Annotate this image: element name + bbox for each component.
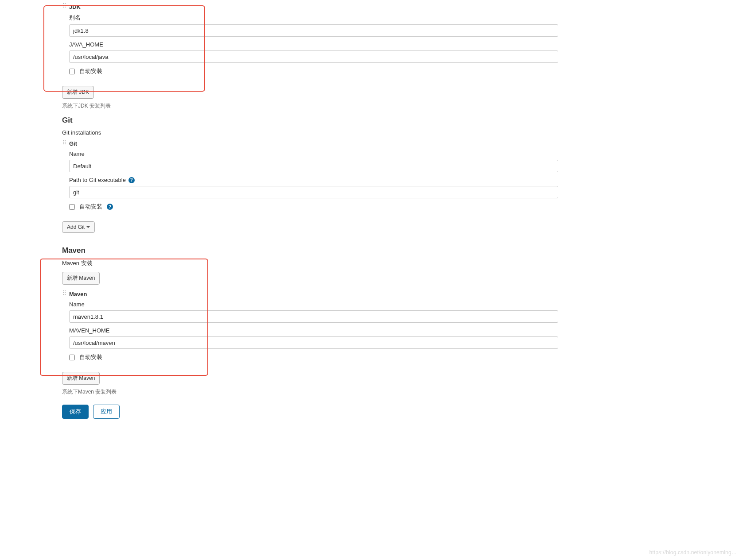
jdk-auto-install-checkbox[interactable] bbox=[69, 69, 75, 74]
jdk-auto-install-row[interactable]: 自动安装 bbox=[69, 67, 558, 75]
help-icon[interactable]: ? bbox=[128, 177, 135, 183]
chevron-down-icon bbox=[86, 226, 90, 228]
drag-handle-icon[interactable]: ⠿ bbox=[62, 4, 66, 11]
jdk-alias-label: 别名 bbox=[69, 14, 558, 22]
maven-auto-install-label: 自动安装 bbox=[79, 353, 102, 361]
maven-auto-install-checkbox[interactable] bbox=[69, 355, 75, 360]
jdk-tool-block: ⠿ JDK 别名 JAVA_HOME 自动安装 bbox=[62, 4, 558, 75]
maven-tool-block: ⠿ Maven Name MAVEN_HOME 自动安装 bbox=[62, 291, 558, 361]
jdk-title: JDK bbox=[69, 4, 558, 10]
git-section-title: Git bbox=[62, 116, 558, 125]
jdk-list-note: 系统下JDK 安装列表 bbox=[62, 102, 558, 110]
save-button[interactable]: 保存 bbox=[62, 405, 89, 419]
git-path-input[interactable] bbox=[69, 186, 558, 198]
jdk-home-input[interactable] bbox=[69, 50, 558, 63]
git-name-input[interactable] bbox=[69, 160, 558, 172]
drag-handle-icon[interactable]: ⠿ bbox=[62, 292, 66, 298]
git-auto-install-checkbox[interactable] bbox=[69, 204, 75, 210]
git-auto-install-row[interactable]: 自动安装 ? bbox=[69, 203, 558, 211]
action-row: 保存 应用 bbox=[62, 405, 558, 419]
git-tool-title: Git bbox=[69, 140, 558, 147]
maven-name-label: Name bbox=[69, 301, 558, 308]
git-tool-block: ⠿ Git Name Path to Git executable ? 自动安装… bbox=[62, 140, 558, 211]
maven-section-title: Maven bbox=[62, 246, 558, 255]
jdk-alias-input[interactable] bbox=[69, 24, 558, 37]
git-auto-install-label: 自动安装 bbox=[79, 203, 102, 211]
maven-install-label: Maven 安装 bbox=[62, 259, 558, 267]
jdk-auto-install-label: 自动安装 bbox=[79, 67, 102, 75]
maven-auto-install-row[interactable]: 自动安装 bbox=[69, 353, 558, 361]
add-maven-button-top[interactable]: 新增 Maven bbox=[62, 272, 100, 285]
maven-home-label: MAVEN_HOME bbox=[69, 327, 558, 334]
git-name-label: Name bbox=[69, 151, 558, 157]
git-path-label: Path to Git executable bbox=[69, 177, 126, 183]
git-installations-label: Git installations bbox=[62, 129, 558, 136]
add-maven-button-bottom[interactable]: 新增 Maven bbox=[62, 372, 100, 385]
jdk-home-label: JAVA_HOME bbox=[69, 41, 558, 48]
maven-tool-title: Maven bbox=[69, 291, 558, 297]
maven-name-input[interactable] bbox=[69, 310, 558, 323]
add-git-button[interactable]: Add Git bbox=[62, 221, 95, 233]
apply-button[interactable]: 应用 bbox=[93, 405, 120, 419]
maven-list-note: 系统下Maven 安装列表 bbox=[62, 388, 558, 396]
drag-handle-icon[interactable]: ⠿ bbox=[62, 141, 66, 147]
help-icon[interactable]: ? bbox=[107, 204, 113, 210]
maven-home-input[interactable] bbox=[69, 336, 558, 349]
add-jdk-button[interactable]: 新增 JDK bbox=[62, 86, 94, 99]
